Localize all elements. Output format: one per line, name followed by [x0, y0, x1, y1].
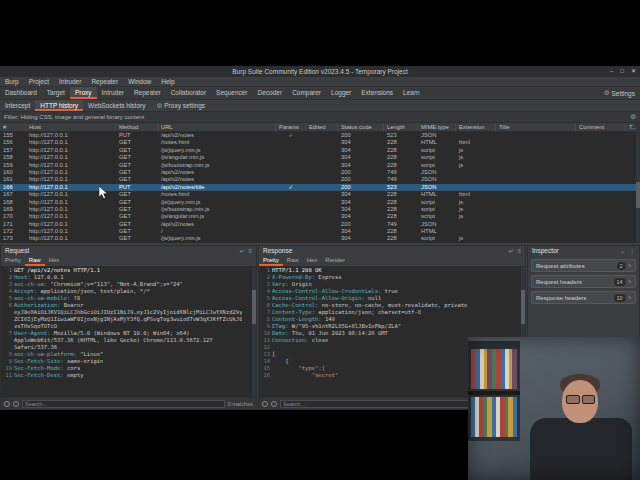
menu-item-project[interactable]: Project [24, 78, 54, 85]
line-number: 9 [1, 358, 14, 365]
table-row[interactable]: 161http://127.0.0.1GET/api/v2/notes20074… [0, 176, 640, 183]
column-header-params[interactable]: Params [276, 123, 306, 131]
tab-comparer[interactable]: Comparer [287, 87, 326, 99]
cell-comment [576, 132, 626, 139]
cell-title [496, 206, 576, 213]
table-row[interactable]: 168http://127.0.0.1GET/js/jquery.min.js3… [0, 199, 640, 206]
search-regex-icon[interactable] [13, 401, 19, 407]
table-row[interactable]: 159http://127.0.0.1GET/js/bootstrap.min.… [0, 162, 640, 169]
editor-line: 2Host: 127.0.0.1 [1, 274, 252, 281]
search-case-icon[interactable] [4, 401, 10, 407]
tab-decoder[interactable]: Decoder [253, 87, 288, 99]
request-search-input[interactable] [22, 400, 225, 408]
editor-tab-raw[interactable]: Raw [25, 256, 45, 266]
column-header-edited[interactable]: Edited [306, 123, 338, 131]
column-header-method[interactable]: Method [116, 123, 158, 131]
column-header-length[interactable]: Length [384, 123, 418, 131]
table-row[interactable]: 157http://127.0.0.1GET/js/jquery.min.js3… [0, 147, 640, 154]
column-header-title[interactable]: Title [496, 123, 576, 131]
collapse-icon[interactable]: ⌄ [620, 246, 625, 256]
editor-menu-icon[interactable]: ≡ [517, 246, 521, 256]
menu-item-repeater[interactable]: Repeater [86, 78, 123, 85]
tab-dashboard[interactable]: Dashboard [0, 87, 42, 99]
cell-length: 228 [384, 139, 418, 146]
search-regex-icon[interactable] [271, 401, 277, 407]
filter-text: Filter: Hiding CSS, image and general bi… [4, 112, 144, 122]
column-header-num[interactable]: # [0, 123, 26, 131]
settings-button[interactable]: ⚙ Settings [604, 87, 640, 99]
table-scrollbar[interactable] [636, 123, 640, 243]
column-header-extension[interactable]: Extension [456, 123, 496, 131]
cell-host: http://127.0.0.1 [26, 147, 116, 154]
request-scrollbar[interactable] [252, 267, 256, 397]
maximize-button[interactable]: □ [620, 66, 624, 77]
tab-extensions[interactable]: Extensions [356, 87, 398, 99]
editor-line: 6Cache-Control: no-store, no-cache, must… [259, 302, 521, 309]
column-header-mime-type[interactable]: MIME type [418, 123, 456, 131]
line-number: 4 [259, 288, 272, 295]
more-icon[interactable]: ⋮ [629, 246, 635, 256]
inspector-section-label: Response headers [536, 295, 586, 301]
editor-tab-hex[interactable]: Hex [303, 256, 322, 266]
table-row[interactable]: 169http://127.0.0.1GET/js/bootstrap.min.… [0, 206, 640, 213]
line-number: 15 [259, 365, 272, 372]
search-case-icon[interactable] [262, 401, 268, 407]
table-row[interactable]: 160http://127.0.0.1GET/api/v2/notes20074… [0, 169, 640, 176]
close-button[interactable]: ✕ [631, 66, 636, 77]
column-header-url[interactable]: URL [158, 123, 276, 131]
wrap-lines-icon[interactable]: ↵ [239, 246, 244, 256]
tab-proxy[interactable]: Proxy [70, 87, 97, 99]
tab-learn[interactable]: Learn [398, 87, 425, 99]
table-row[interactable]: 166http://127.0.0.1PUT/api/v2/notes/titl… [0, 184, 640, 191]
column-header-host[interactable]: Host [26, 123, 116, 131]
tab-intruder[interactable]: Intruder [97, 87, 129, 99]
editor-tab-pretty[interactable]: Pretty [1, 256, 25, 266]
menu-item-burp[interactable]: Burp [0, 78, 24, 85]
webcam-overlay [468, 337, 640, 480]
wrap-lines-icon[interactable]: ↵ [508, 246, 513, 256]
table-row[interactable]: 167http://127.0.0.1GET/notes.html304228H… [0, 191, 640, 198]
table-row[interactable]: 158http://127.0.0.1GET/js/angular.min.js… [0, 154, 640, 161]
table-row[interactable]: 172http://127.0.0.1GET/304228HTML [0, 228, 640, 235]
subtab-http-history[interactable]: HTTP history [35, 100, 83, 111]
editor-menu-icon[interactable]: ≡ [248, 246, 252, 256]
column-header-comment[interactable]: Comment [576, 123, 626, 131]
http-history-table: 155http://127.0.0.1PUT/api/v2/notes✓2005… [0, 132, 640, 243]
editor-line: 7Content-Type: application/json; charset… [259, 309, 521, 316]
minimize-button[interactable]: – [610, 66, 613, 77]
editor-tab-hex[interactable]: Hex [45, 256, 64, 266]
cell-method: GET [116, 191, 158, 198]
tab-repeater[interactable]: Repeater [129, 87, 166, 99]
tab-collaborator[interactable]: Collaborator [166, 87, 211, 99]
editor-tab-pretty[interactable]: Pretty [259, 256, 283, 266]
proxy-settings-button[interactable]: ⚙ Proxy settings [150, 100, 211, 111]
column-header-status-code[interactable]: Status code [338, 123, 384, 131]
filter-bar[interactable]: Filter: Hiding CSS, image and general bi… [0, 112, 640, 123]
line-number: 4 [1, 288, 14, 295]
tab-sequencer[interactable]: Sequencer [211, 87, 252, 99]
table-row[interactable]: 156http://127.0.0.1GET/notes.html304228H… [0, 139, 640, 146]
table-row[interactable]: 170http://127.0.0.1GET/js/angular.min.js… [0, 213, 640, 220]
table-header: #HostMethodURLParamsEditedStatus codeLen… [0, 123, 640, 132]
subtab-intercept[interactable]: Intercept [0, 100, 35, 111]
cell-method: GET [116, 213, 158, 220]
menu-item-window[interactable]: Window [123, 78, 156, 85]
menu-item-help[interactable]: Help [156, 78, 179, 85]
table-row[interactable]: 171http://127.0.0.1GET/api/v2/notes20074… [0, 221, 640, 228]
tab-logger[interactable]: Logger [326, 87, 356, 99]
subtab-websockets-history[interactable]: WebSockets history [83, 100, 150, 111]
editor-line: eyJ0eXAiOiJKV1QiLCJhbGciOiJIUzI1NiJ9.eyJ… [1, 309, 252, 316]
inspector-section-response-headers[interactable]: Response headers10› [531, 291, 636, 304]
response-search-input[interactable] [280, 400, 494, 408]
request-editor[interactable]: 1GET /api/v2/notes HTTP/1.12Host: 127.0.… [1, 267, 252, 397]
table-row[interactable]: 155http://127.0.0.1PUT/api/v2/notes✓2005… [0, 132, 640, 139]
tab-target[interactable]: Target [42, 87, 70, 99]
inspector-section-request-attributes[interactable]: Request attributes2› [531, 259, 636, 272]
inspector-section-request-headers[interactable]: Request headers14› [531, 275, 636, 288]
main-tab-bar: DashboardTargetProxyIntruderRepeaterColl… [0, 87, 640, 100]
table-settings-icon[interactable]: ⚙ [630, 112, 636, 122]
table-row[interactable]: 173http://127.0.0.1GET/js/jquery.min.js3… [0, 235, 640, 242]
editor-tab-render[interactable]: Render [321, 256, 349, 266]
menu-item-intruder[interactable]: Intruder [54, 78, 86, 85]
editor-tab-raw[interactable]: Raw [283, 256, 303, 266]
